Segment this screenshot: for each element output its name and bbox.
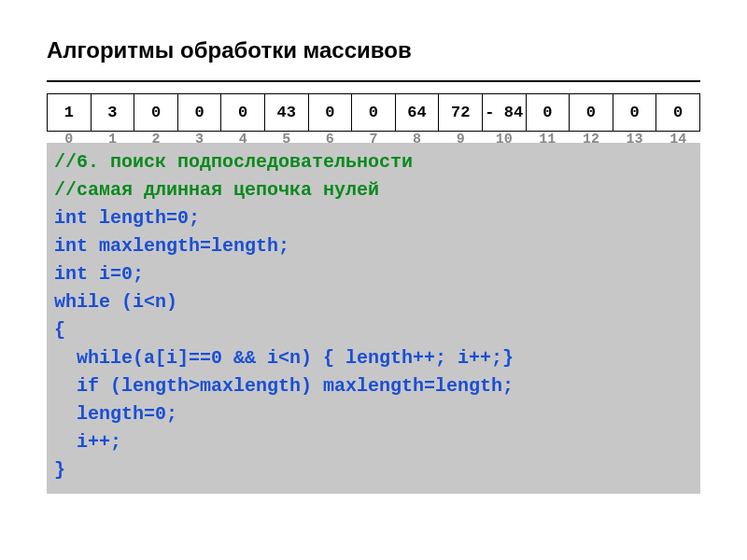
- code-line: while (i<n): [54, 288, 693, 316]
- array-cell: 0: [352, 94, 396, 132]
- code-line: i++;: [54, 428, 693, 456]
- array-cell: 0: [134, 94, 178, 132]
- array-cell: 0: [221, 94, 265, 132]
- code-line: if (length>maxlength) maxlength=length;: [54, 372, 693, 400]
- array-cell: 0: [177, 94, 221, 132]
- array-cell: 43: [264, 94, 308, 132]
- code-comment: //самая длинная цепочка нулей: [54, 176, 693, 204]
- array-cell: 3: [91, 94, 134, 132]
- code-comment: //6. поиск подпоследовательности: [54, 148, 693, 176]
- array-cell: 0: [656, 94, 700, 132]
- code-line: int maxlength=length;: [54, 232, 693, 260]
- array-cell: - 84: [482, 94, 526, 132]
- array-cell: 1: [48, 94, 92, 132]
- code-block: //6. поиск подпоследовательности //самая…: [47, 143, 700, 494]
- array-cell: 72: [439, 94, 483, 132]
- array-cell: 0: [308, 94, 352, 132]
- code-line: {: [54, 316, 693, 344]
- array-cell: 0: [526, 94, 570, 132]
- slide: Алгоритмы обработки массивов 1 3 0 0 0 4…: [0, 0, 747, 531]
- array-values-row: 1 3 0 0 0 43 0 0 64 72 - 84 0 0 0 0: [48, 94, 700, 132]
- code-line: }: [54, 456, 693, 484]
- array-cell: 64: [395, 94, 439, 132]
- code-line: int length=0;: [54, 204, 693, 232]
- page-title: Алгоритмы обработки массивов: [47, 37, 700, 63]
- code-line: int i=0;: [54, 260, 693, 288]
- title-divider: [47, 80, 700, 82]
- array-cell: 0: [570, 94, 613, 132]
- code-line: length=0;: [54, 400, 693, 428]
- array-cell: 0: [613, 94, 656, 132]
- code-line: while(a[i]==0 && i<n) { length++; i++;}: [54, 344, 693, 372]
- array-table: 1 3 0 0 0 43 0 0 64 72 - 84 0 0 0 0 0 1 …: [47, 93, 700, 148]
